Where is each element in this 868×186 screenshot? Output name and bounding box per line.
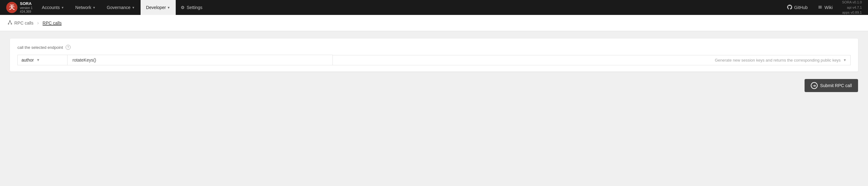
nav-item-settings[interactable]: ⚙ Settings (176, 0, 208, 15)
svg-point-1 (8, 23, 9, 24)
brand-name: SORA (20, 1, 33, 6)
chevron-down-icon: ▼ (132, 6, 135, 9)
github-link[interactable]: GitHub (783, 5, 812, 10)
nav-item-governance[interactable]: Governance ▼ (101, 0, 140, 15)
svg-line-3 (8, 21, 10, 23)
version-info: SORA v0.1.0 api v4.7.1 apps v0.89.1 (838, 0, 866, 15)
chevron-down-icon: ▼ (843, 58, 846, 62)
network-icon (7, 20, 12, 26)
nav-right: GitHub Wiki SORA v0.1.0 api v4.7.1 apps … (783, 0, 866, 15)
nav-item-network[interactable]: Network ▼ (70, 0, 101, 15)
wiki-link[interactable]: Wiki (813, 5, 837, 10)
nav-item-accounts[interactable]: Accounts ▼ (36, 0, 70, 15)
main-content: call the selected endpoint ? author ▼ ro… (0, 31, 868, 186)
github-icon (787, 5, 792, 10)
endpoint-select[interactable]: author ▼ (18, 55, 67, 65)
breadcrumb-parent[interactable]: RPC calls (5, 20, 36, 26)
brand-text: SORA version 1 #24,369 (20, 1, 33, 14)
navbar: 天 SORA version 1 #24,369 Accounts ▼ Netw… (0, 0, 868, 15)
chevron-down-icon: ▼ (61, 6, 64, 9)
tabs-bar: RPC calls › RPC calls (0, 15, 868, 31)
svg-point-2 (11, 23, 12, 24)
help-icon[interactable]: ? (66, 45, 71, 50)
chevron-down-icon: ▼ (92, 6, 95, 9)
svg-point-0 (10, 21, 10, 22)
brand-logo-icon: 天 (6, 2, 18, 13)
chevron-down-icon: ▼ (36, 58, 40, 62)
rpc-card: call the selected endpoint ? author ▼ ro… (10, 38, 858, 71)
breadcrumb: RPC calls › RPC calls (5, 20, 64, 26)
brand-block: #24,369 (20, 10, 33, 14)
rpc-controls: author ▼ rotateKeys() Generate new sessi… (18, 55, 850, 65)
method-select[interactable]: rotateKeys() (67, 55, 333, 65)
brand-version: version 1 (20, 6, 33, 10)
nav-item-developer[interactable]: Developer ▼ (141, 0, 176, 15)
rpc-card-header: call the selected endpoint ? (18, 45, 850, 50)
submit-icon: ➔ (811, 82, 817, 89)
wiki-icon (817, 5, 823, 10)
breadcrumb-chevron: › (37, 20, 38, 26)
submit-rpc-button[interactable]: ➔ Submit RPC call (805, 79, 858, 92)
chevron-down-icon: ▼ (167, 6, 170, 9)
svg-line-4 (10, 21, 11, 23)
tab-active-rpc-calls[interactable]: RPC calls (40, 21, 64, 26)
brand-logo-link[interactable]: 天 SORA version 1 #24,369 (2, 1, 36, 14)
gear-icon: ⚙ (181, 5, 185, 10)
nav-items: Accounts ▼ Network ▼ Governance ▼ Develo… (36, 0, 783, 15)
rpc-description: Generate new session keys and returns th… (333, 55, 850, 65)
submit-area: ➔ Submit RPC call (10, 79, 858, 92)
